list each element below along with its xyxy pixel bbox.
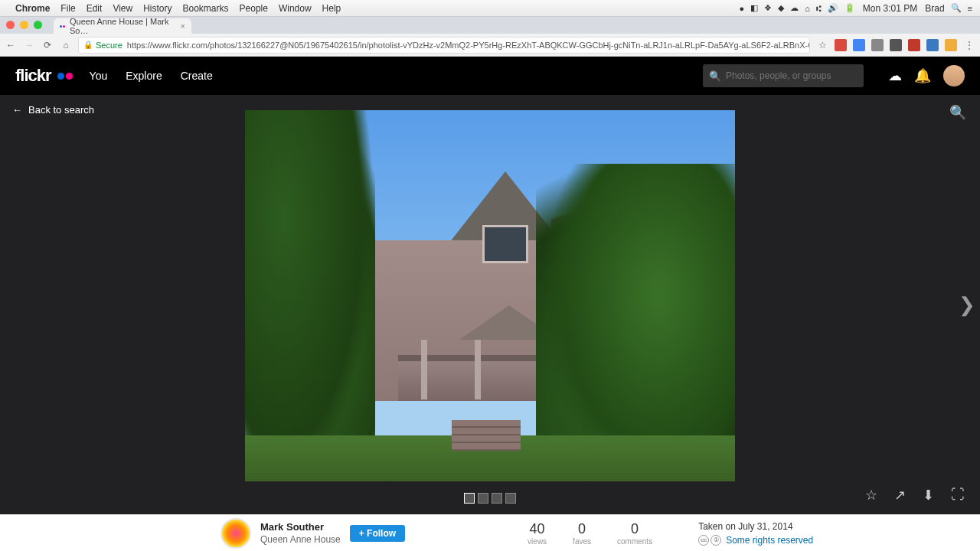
- zoom-icon[interactable]: 🔍: [949, 104, 966, 121]
- main-photo: [245, 110, 735, 481]
- tab-title: Queen Anne House | Mark So…: [70, 17, 173, 35]
- follow-button[interactable]: + Follow: [350, 525, 405, 542]
- photo-actions: ☆ ↗ ⬇ ⛶: [865, 487, 965, 504]
- comments-label: comments: [617, 537, 652, 546]
- flickr-favicon: [60, 25, 65, 28]
- user-avatar[interactable]: [943, 65, 965, 86]
- stat-views: 40 views: [528, 521, 547, 546]
- menubar-user[interactable]: Brad: [925, 3, 944, 14]
- window-maximize[interactable]: [34, 21, 42, 29]
- chrome-menu-icon[interactable]: ⋮: [963, 40, 975, 51]
- fave-star-icon[interactable]: ☆: [865, 487, 877, 504]
- status-icon[interactable]: ☁: [790, 3, 799, 13]
- url-text: https://www.flickr.com/photos/132166227@…: [127, 41, 810, 50]
- menubar-clock[interactable]: Mon 3:01 PM: [863, 3, 917, 14]
- stat-comments: 0 comments: [617, 521, 652, 546]
- status-icon[interactable]: ◧: [750, 3, 758, 13]
- author-name[interactable]: Mark Souther: [260, 521, 341, 533]
- download-icon[interactable]: ⬇: [923, 487, 934, 504]
- photo-title: Queen Anne House: [260, 534, 341, 545]
- thumbnail[interactable]: [464, 493, 475, 504]
- menu-people[interactable]: People: [240, 3, 268, 14]
- chrome-tab-strip: Queen Anne House | Mark So… ×: [0, 17, 980, 34]
- menu-chrome[interactable]: Chrome: [15, 3, 50, 14]
- thumbnail-strip: [464, 493, 516, 504]
- menu-bookmarks[interactable]: Bookmarks: [183, 3, 229, 14]
- cc-icons: cc①: [698, 535, 721, 546]
- nav-explore[interactable]: Explore: [126, 70, 162, 82]
- main-nav: You Explore Create: [90, 70, 213, 82]
- chrome-toolbar: ← → ⟳ ⌂ 🔒 Secure https://www.flickr.com/…: [0, 34, 980, 57]
- photo-container[interactable]: [245, 110, 735, 481]
- photo-stats: 40 views 0 faves 0 comments: [528, 521, 652, 546]
- photo-info-bar: Mark Souther Queen Anne House + Follow 4…: [0, 514, 980, 551]
- back-label: Back to search: [28, 104, 94, 116]
- flickr-logo-dots: [57, 73, 73, 80]
- nav-back-icon[interactable]: ←: [5, 40, 17, 51]
- bookmark-star-icon[interactable]: ☆: [816, 40, 828, 51]
- search-box[interactable]: 🔍: [703, 64, 864, 87]
- menu-help[interactable]: Help: [322, 3, 341, 14]
- menu-edit[interactable]: Edit: [87, 3, 103, 14]
- extension-icon[interactable]: [945, 39, 957, 51]
- photo-date: Taken on July 31, 2014: [698, 521, 813, 532]
- menu-icon[interactable]: ≡: [968, 4, 972, 13]
- back-to-search[interactable]: ← Back to search: [12, 104, 94, 116]
- menu-history[interactable]: History: [143, 3, 172, 14]
- nav-home-icon[interactable]: ⌂: [60, 40, 72, 51]
- status-icon[interactable]: ❖: [764, 3, 772, 13]
- photo-viewer: ← Back to search 🔍 ❯: [0, 95, 980, 514]
- secure-label: Secure: [96, 41, 122, 50]
- search-icon: 🔍: [709, 70, 721, 82]
- thumbnail[interactable]: [492, 493, 502, 504]
- extension-icon[interactable]: [871, 39, 884, 51]
- nav-create[interactable]: Create: [181, 70, 213, 82]
- window-controls: [6, 21, 42, 29]
- window-close[interactable]: [6, 21, 15, 29]
- comments-count: 0: [617, 521, 652, 537]
- notifications-icon[interactable]: 🔔: [914, 67, 931, 84]
- views-count: 40: [528, 521, 547, 537]
- faves-count: 0: [573, 521, 591, 537]
- flickr-logo[interactable]: flickr: [15, 66, 51, 86]
- window-minimize[interactable]: [20, 21, 28, 29]
- tab-close-icon[interactable]: ×: [181, 21, 185, 31]
- status-icon[interactable]: ◆: [778, 3, 784, 13]
- faves-label: faves: [573, 537, 591, 546]
- wifi-icon[interactable]: ⑆: [816, 4, 822, 13]
- thumbnail[interactable]: [478, 493, 488, 504]
- search-input[interactable]: [726, 70, 858, 81]
- stat-faves: 0 faves: [573, 521, 591, 546]
- extension-icon[interactable]: [908, 39, 920, 51]
- nav-forward-icon[interactable]: →: [23, 40, 35, 51]
- extension-icon[interactable]: [835, 39, 847, 51]
- extension-icon[interactable]: [926, 39, 939, 51]
- menu-view[interactable]: View: [113, 3, 132, 14]
- battery-icon[interactable]: 🔋: [844, 3, 855, 13]
- lock-icon: 🔒: [83, 41, 93, 49]
- share-icon[interactable]: ↗: [894, 487, 906, 504]
- extension-icon[interactable]: [853, 39, 865, 51]
- address-bar[interactable]: 🔒 Secure https://www.flickr.com/photos/1…: [78, 37, 810, 54]
- arrow-left-icon: ←: [12, 104, 22, 116]
- next-photo-arrow[interactable]: ❯: [959, 293, 975, 317]
- site-header: flickr You Explore Create 🔍 ☁ 🔔: [0, 57, 980, 95]
- author-avatar[interactable]: [220, 518, 251, 549]
- volume-icon[interactable]: 🔊: [828, 3, 838, 13]
- spotlight-icon[interactable]: 🔍: [951, 3, 962, 13]
- rights-label: Some rights reserved: [726, 535, 813, 546]
- license-link[interactable]: cc① Some rights reserved: [698, 535, 813, 546]
- status-icon[interactable]: ●: [740, 4, 745, 13]
- nav-you[interactable]: You: [90, 70, 108, 82]
- views-label: views: [528, 537, 547, 546]
- photo-meta: Taken on July 31, 2014 cc① Some rights r…: [698, 521, 813, 546]
- extension-icon[interactable]: [890, 39, 902, 51]
- fullscreen-icon[interactable]: ⛶: [951, 487, 965, 504]
- upload-icon[interactable]: ☁: [888, 67, 902, 84]
- menu-file[interactable]: File: [60, 3, 75, 14]
- nav-reload-icon[interactable]: ⟳: [41, 40, 54, 51]
- status-icon[interactable]: ⌂: [805, 4, 810, 13]
- thumbnail[interactable]: [505, 493, 516, 504]
- browser-tab[interactable]: Queen Anne House | Mark So… ×: [54, 18, 191, 34]
- menu-window[interactable]: Window: [279, 3, 312, 14]
